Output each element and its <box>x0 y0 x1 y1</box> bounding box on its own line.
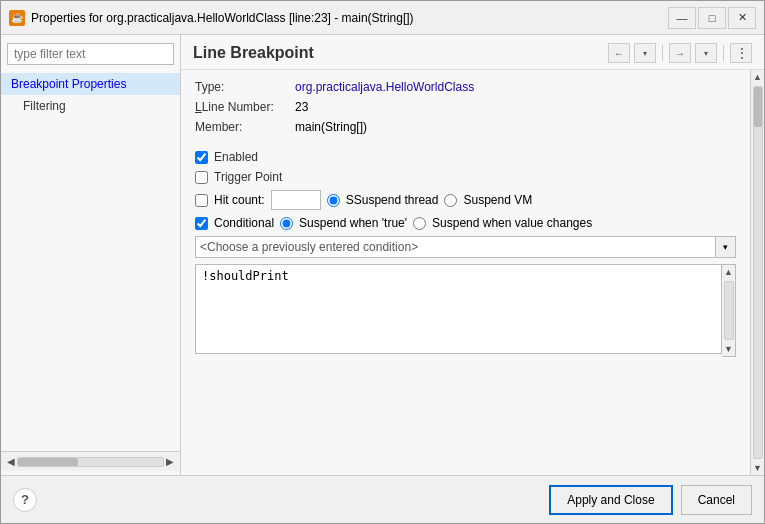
conditional-checkbox[interactable] <box>195 217 208 230</box>
suspend-when-value-radio[interactable] <box>413 217 426 230</box>
textarea-vertical-scrollbar[interactable]: ▲ ▼ <box>722 264 736 357</box>
suspend-vm-radio[interactable] <box>444 194 457 207</box>
type-label: Type: <box>195 80 295 94</box>
help-button[interactable]: ? <box>13 488 37 512</box>
line-number-value: 23 <box>295 100 308 114</box>
scroll-right-button[interactable]: ▶ <box>164 456 176 467</box>
titlebar: ☕ Properties for org.practicaljava.Hello… <box>1 1 764 35</box>
content-panel: Line Breakpoint ← ▾ → ▾ ⋮ T <box>181 35 764 475</box>
hit-count-checkbox[interactable] <box>195 194 208 207</box>
back-dropdown-button[interactable]: ▾ <box>634 43 656 63</box>
back-button[interactable]: ← <box>608 43 630 63</box>
type-value: org.practicaljava.HelloWorldClass <box>295 80 474 94</box>
condition-dropdown-button[interactable]: ▾ <box>716 236 736 258</box>
scroll-left-button[interactable]: ◀ <box>5 456 17 467</box>
app-icon: ☕ <box>9 10 25 26</box>
hit-count-label[interactable]: Hit count: <box>214 193 265 207</box>
form-content: Type: org.practicaljava.HelloWorldClass … <box>181 70 750 367</box>
vertical-scrollbar[interactable]: ▲ ▼ <box>750 70 764 475</box>
code-textarea[interactable]: !shouldPrint <box>195 264 722 354</box>
content-scroll: Type: org.practicaljava.HelloWorldClass … <box>181 70 750 475</box>
maximize-button[interactable]: □ <box>698 7 726 29</box>
member-value: main(String[]) <box>295 120 367 134</box>
suspend-thread-radio[interactable] <box>327 194 340 207</box>
nav-separator <box>662 45 663 61</box>
minimize-button[interactable]: — <box>668 7 696 29</box>
forward-button[interactable]: → <box>669 43 691 63</box>
footer-buttons: Apply and Close Cancel <box>549 485 752 515</box>
forward-dropdown-button[interactable]: ▾ <box>695 43 717 63</box>
enabled-checkbox[interactable] <box>195 151 208 164</box>
enabled-checkbox-row: Enabled <box>195 150 736 164</box>
type-field-row: Type: org.practicaljava.HelloWorldClass <box>195 80 736 94</box>
more-button[interactable]: ⋮ <box>730 43 752 63</box>
content-header: Line Breakpoint ← ▾ → ▾ ⋮ <box>181 35 764 70</box>
nav-separator-2 <box>723 45 724 61</box>
v-scroll-track[interactable] <box>753 86 763 459</box>
suspend-thread-label[interactable]: SSuspend thread <box>346 193 439 207</box>
main-window: ☕ Properties for org.practicaljava.Hello… <box>0 0 765 524</box>
content-title: Line Breakpoint <box>193 44 314 62</box>
hit-count-row: Hit count: SSuspend thread Suspend VM <box>195 190 736 210</box>
code-textarea-wrapper: !shouldPrint ▲ ▼ <box>195 264 736 357</box>
footer-left: ? <box>13 488 549 512</box>
enabled-label[interactable]: Enabled <box>214 150 258 164</box>
textarea-scroll-track[interactable] <box>724 281 734 340</box>
sidebar-spacer <box>1 117 180 451</box>
scroll-up-button[interactable]: ▲ <box>751 70 765 84</box>
trigger-point-checkbox-row: Trigger Point <box>195 170 736 184</box>
textarea-scroll-down[interactable]: ▼ <box>722 342 736 356</box>
sidebar: Breakpoint Properties Filtering ◀ ▶ <box>1 35 181 475</box>
line-number-label: LLine Number: <box>195 100 295 114</box>
suspend-when-true-label[interactable]: Suspend when 'true' <box>299 216 407 230</box>
suspend-vm-label[interactable]: Suspend VM <box>463 193 532 207</box>
window-title: Properties for org.practicaljava.HelloWo… <box>31 11 668 25</box>
suspend-when-value-label[interactable]: Suspend when value changes <box>432 216 592 230</box>
main-area: Breakpoint Properties Filtering ◀ ▶ Line… <box>1 35 764 475</box>
filter-input[interactable] <box>7 43 174 65</box>
conditional-row: Conditional Suspend when 'true' Suspend … <box>195 216 736 230</box>
sidebar-item-filtering[interactable]: Filtering <box>1 95 180 117</box>
footer: ? Apply and Close Cancel <box>1 475 764 523</box>
close-button[interactable]: ✕ <box>728 7 756 29</box>
textarea-scroll-up[interactable]: ▲ <box>722 265 736 279</box>
window-controls: — □ ✕ <box>668 7 756 29</box>
member-label: Member: <box>195 120 295 134</box>
cancel-button[interactable]: Cancel <box>681 485 752 515</box>
conditional-label[interactable]: Conditional <box>214 216 274 230</box>
member-field-row: Member: main(String[]) <box>195 120 736 134</box>
section-gap-1 <box>195 140 736 150</box>
apply-and-close-button[interactable]: Apply and Close <box>549 485 672 515</box>
horizontal-scrollbar[interactable]: ◀ ▶ <box>1 451 180 471</box>
navigation-controls: ← ▾ → ▾ ⋮ <box>608 43 752 63</box>
trigger-point-label[interactable]: Trigger Point <box>214 170 282 184</box>
line-number-field-row: LLine Number: 23 <box>195 100 736 114</box>
condition-dropdown[interactable]: <Choose a previously entered condition> <box>195 236 716 258</box>
code-textarea-container: !shouldPrint <box>195 264 722 357</box>
h-scroll-track[interactable] <box>17 457 164 467</box>
condition-dropdown-row: <Choose a previously entered condition> … <box>195 236 736 258</box>
hit-count-input[interactable] <box>271 190 321 210</box>
content-wrapper: Type: org.practicaljava.HelloWorldClass … <box>181 70 764 475</box>
v-scroll-thumb[interactable] <box>754 87 762 127</box>
suspend-when-true-radio[interactable] <box>280 217 293 230</box>
h-scroll-thumb[interactable] <box>18 458 78 466</box>
trigger-point-checkbox[interactable] <box>195 171 208 184</box>
sidebar-item-breakpoint-properties[interactable]: Breakpoint Properties <box>1 73 180 95</box>
scroll-down-button[interactable]: ▼ <box>751 461 765 475</box>
